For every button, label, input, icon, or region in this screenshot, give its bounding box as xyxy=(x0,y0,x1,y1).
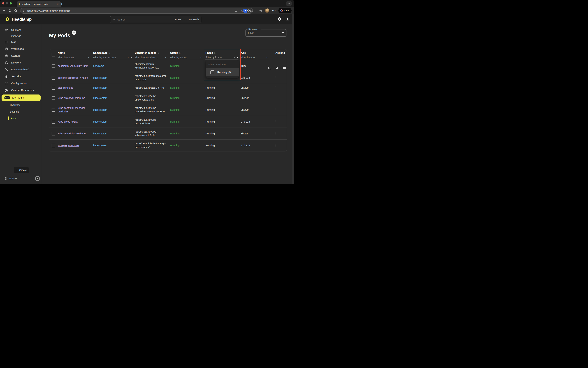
pod-name-link[interactable]: etcd-minikube xyxy=(58,86,73,89)
select-all-checkbox[interactable] xyxy=(52,53,55,56)
address-bar[interactable]: localhost:3000/c/minikube/my-plugin/pods… xyxy=(20,8,253,14)
phase-filter-search-input[interactable]: Filter by Phase xyxy=(206,60,239,68)
sidebar-item-map[interactable]: Map xyxy=(0,38,42,46)
namespace-link[interactable]: kube-system xyxy=(93,132,107,135)
sort-icon[interactable]: ↑↓ xyxy=(66,52,67,54)
split-screen-icon[interactable] xyxy=(235,9,238,12)
column-label[interactable]: Name xyxy=(58,51,65,54)
filter-input-images[interactable]: Filter by Container ... × xyxy=(135,55,168,60)
sidebar-item-security[interactable]: Security xyxy=(0,73,42,80)
namespaces-filter-select[interactable]: Namespaces Filter xyxy=(246,29,286,37)
row-actions-menu-icon[interactable] xyxy=(272,97,279,100)
column-label[interactable]: Namespace xyxy=(93,51,107,54)
new-tab-button[interactable]: + xyxy=(61,1,62,6)
row-checkbox[interactable] xyxy=(52,144,55,147)
column-label[interactable]: Container Images xyxy=(135,51,157,54)
sidebar-item-workloads[interactable]: Workloads xyxy=(0,46,42,52)
browser-profile-avatar[interactable] xyxy=(265,8,270,13)
global-search-input[interactable]: Search Press / to search xyxy=(110,16,201,23)
clear-filter-icon[interactable]: × xyxy=(200,56,202,59)
sidebar-subitem-overview[interactable]: Overview xyxy=(0,101,42,108)
filter-dropdown-caret[interactable] xyxy=(237,57,238,58)
row-checkbox[interactable] xyxy=(52,120,55,124)
minimize-window-button[interactable] xyxy=(6,2,8,4)
column-label[interactable]: Status xyxy=(170,51,178,54)
sidebar-subitem-settings[interactable]: Settings xyxy=(0,108,42,115)
browser-tab[interactable]: minikube - my-plugin-pods ✕ xyxy=(17,1,61,7)
namespace-link[interactable]: headlamp xyxy=(93,64,104,67)
clear-filter-icon[interactable]: × xyxy=(266,56,268,59)
reload-button[interactable] xyxy=(7,9,13,12)
sidebar-item-clusters[interactable]: Clusters xyxy=(0,27,42,33)
sidebar-cluster-name[interactable]: minikube xyxy=(0,33,42,38)
site-info-icon[interactable] xyxy=(23,9,26,12)
namespace-link[interactable]: kube-system xyxy=(93,97,107,99)
sidebar-item-gateway-beta[interactable]: Gateway (beta) xyxy=(0,66,42,73)
pod-name-link[interactable]: kube-apiserver-minikube xyxy=(58,97,85,99)
user-account-icon[interactable] xyxy=(286,17,290,21)
back-button[interactable] xyxy=(1,9,7,12)
row-checkbox[interactable] xyxy=(52,96,55,100)
extensions-puzzle-icon[interactable] xyxy=(250,9,254,12)
pod-name-link[interactable]: kube-controller-manager-minikube xyxy=(58,107,86,113)
create-button[interactable]: + Create xyxy=(14,167,29,173)
namespace-link[interactable]: kube-system xyxy=(93,76,107,79)
filter-dropdown-caret[interactable] xyxy=(130,57,132,58)
pod-name-link[interactable]: kube-proxy-nb8kx xyxy=(58,120,78,123)
page-scrollbar[interactable] xyxy=(292,14,294,184)
sidebar-item-network[interactable]: Network xyxy=(0,59,42,66)
column-label[interactable]: Phase xyxy=(205,51,213,54)
row-actions-menu-icon[interactable] xyxy=(272,144,279,147)
phase-option-checkbox[interactable] xyxy=(211,70,214,74)
sidebar-subitem-pods[interactable]: Pods xyxy=(0,115,42,122)
row-checkbox[interactable] xyxy=(52,64,55,68)
settings-gear-icon[interactable] xyxy=(278,17,281,21)
sort-icon[interactable]: ↑↓ xyxy=(157,52,159,54)
sort-icon[interactable]: ↑↓ xyxy=(214,52,215,54)
clear-filter-icon[interactable]: × xyxy=(234,56,235,59)
home-button[interactable] xyxy=(13,9,18,12)
sidebar-item-storage[interactable]: Storage xyxy=(0,52,42,59)
create-pod-button[interactable]: + xyxy=(72,30,76,35)
filter-input-name[interactable]: Filter by Name × xyxy=(58,55,91,60)
namespace-link[interactable]: kube-system xyxy=(93,120,107,123)
namespace-link[interactable]: kube-system xyxy=(93,109,107,111)
filter-input-namespace[interactable]: Filter by Namespace × xyxy=(93,55,132,60)
clear-filter-icon[interactable]: × xyxy=(127,56,129,59)
phase-option-running[interactable]: Running (8) xyxy=(206,68,239,76)
row-checkbox[interactable] xyxy=(52,132,55,136)
namespace-link[interactable]: kube-system xyxy=(93,144,107,147)
collections-icon[interactable] xyxy=(259,9,262,12)
pod-name-link[interactable]: headlamp-6fc568b8f7-fgnjg xyxy=(58,64,88,67)
filter-input-status[interactable]: Filter by Status × xyxy=(170,55,203,60)
row-checkbox[interactable] xyxy=(52,76,55,80)
close-window-button[interactable] xyxy=(2,2,4,4)
row-actions-menu-icon[interactable] xyxy=(272,120,279,123)
sidebar-item-configuration[interactable]: Configuration xyxy=(0,80,42,87)
copilot-chat-button[interactable]: Chat xyxy=(278,8,292,13)
bitwarden-extension-icon[interactable] xyxy=(244,9,247,13)
sort-icon[interactable]: ↑↓ xyxy=(108,52,110,54)
sort-icon[interactable]: ↑↓ xyxy=(246,52,248,54)
row-actions-menu-icon[interactable] xyxy=(272,64,279,67)
clear-filter-icon[interactable]: × xyxy=(88,56,89,59)
filter-input-phase[interactable]: Filter by Phase × xyxy=(205,55,238,60)
row-checkbox[interactable] xyxy=(52,86,55,90)
sort-icon[interactable]: ↑↓ xyxy=(179,52,180,54)
zoom-window-button[interactable] xyxy=(10,2,12,4)
clear-filter-icon[interactable]: × xyxy=(165,56,167,59)
headlamp-logo[interactable]: Headlamp xyxy=(5,17,32,22)
row-checkbox[interactable] xyxy=(52,108,55,112)
row-actions-menu-icon[interactable] xyxy=(272,86,279,89)
column-label[interactable]: Age xyxy=(241,51,246,54)
tab-close-icon[interactable]: ✕ xyxy=(56,3,59,6)
filter-input-age[interactable]: Filter by Age × xyxy=(241,55,269,60)
row-actions-menu-icon[interactable] xyxy=(272,132,279,135)
browser-settings-menu-icon[interactable]: ••• xyxy=(272,9,276,12)
sidebar-item-my-plugin[interactable]: NEW My Plugin xyxy=(1,94,41,101)
sidebar-item-custom-resources[interactable]: Custom Resources xyxy=(0,87,42,94)
namespace-link[interactable]: kube-system xyxy=(93,86,107,89)
row-actions-menu-icon[interactable] xyxy=(272,109,279,111)
url-text[interactable]: localhost:3000/c/minikube/my-plugin/pods xyxy=(27,9,233,12)
pod-name-link[interactable]: coredns-66bc5c9577-hk4x6 xyxy=(58,76,88,79)
